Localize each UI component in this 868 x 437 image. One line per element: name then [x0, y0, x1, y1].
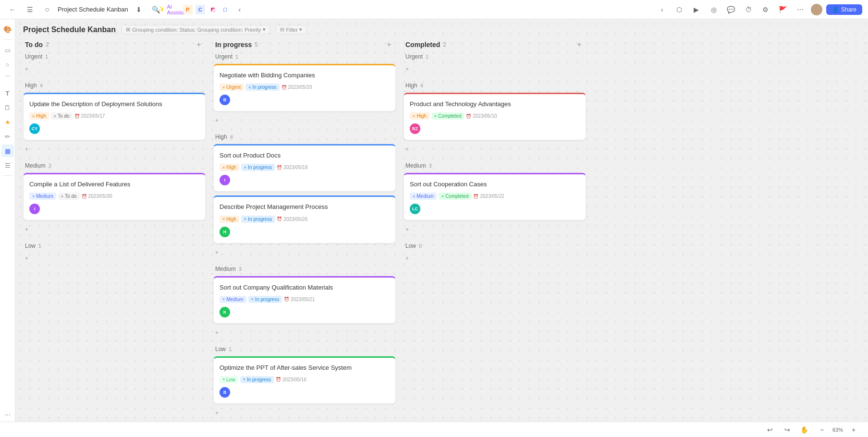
add-card-ip-high[interactable]: + [213, 247, 396, 258]
zoom-out-button[interactable]: − [815, 423, 829, 437]
add-card-todo-urgent[interactable]: + [23, 64, 206, 74]
sidebar-divider-2 [3, 175, 12, 176]
grouping-condition[interactable]: ⊞ Grouping condition: Status; Grouping c… [122, 25, 270, 34]
column-todo-add-button[interactable]: + [194, 40, 204, 49]
sidebar-item-text[interactable]: T [1, 87, 14, 99]
play-button[interactable]: ▶ [690, 3, 703, 16]
undo-button[interactable]: ↩ [763, 423, 777, 437]
card-cooperation-cases[interactable]: Sort out Cooperation Cases Medium Comple… [403, 173, 586, 220]
card-company-qualification[interactable]: Sort out Company Qualification Materials… [213, 276, 396, 324]
topbar-center: ✨ AI Assistant P C ◩ ◻ ‹ [167, 3, 651, 16]
column-inprogress-add-button[interactable]: + [384, 40, 394, 49]
page-title-topbar: Project Schedule Kanban [58, 6, 128, 13]
card-tags: High In progress 2023/05/18 [220, 164, 390, 171]
column-completed-title: Completed [405, 41, 440, 49]
date-tag: 2023/05/16 [276, 377, 306, 382]
priority-ip-medium-header: Medium 3 [213, 266, 396, 272]
add-card-todo-medium[interactable]: + [23, 224, 206, 235]
card-negotiate[interactable]: Negotiate with Bidding Companies Urgent … [213, 64, 396, 111]
page-title: Project Schedule Kanban [23, 25, 116, 34]
priority-low-count-c: 0 [419, 243, 422, 249]
add-card-c-high[interactable]: + [403, 144, 586, 155]
card-avatar: I [29, 204, 40, 214]
add-card-c-medium[interactable]: + [403, 224, 586, 235]
settings-button[interactable]: ⚙ [759, 3, 772, 16]
collapse-tabs-button[interactable]: ‹ [233, 3, 246, 16]
card-footer: H [220, 227, 390, 237]
card-footer: K [220, 307, 390, 317]
sidebar-item-star[interactable]: ★ [1, 116, 14, 128]
add-card-c-urgent[interactable]: + [403, 64, 586, 74]
tab-grid[interactable]: ◩ [208, 5, 218, 14]
sidebar-item-draw[interactable]: ✏ [1, 130, 14, 143]
tag-inprogress: In progress [245, 84, 279, 91]
card-product-technology[interactable]: Product and Technology Advantages High C… [403, 93, 586, 140]
filter-icon: ⊟ [280, 26, 284, 33]
menu-button[interactable]: ☰ [23, 3, 37, 16]
filter-button[interactable]: ⊟ Filter ▾ [276, 25, 306, 34]
tag-medium: Medium [410, 193, 437, 200]
column-completed: Completed 2 + Urgent 1 + High 4 [403, 40, 586, 271]
sidebar-item-circle[interactable]: ○ [1, 58, 14, 71]
card-title: Product and Technology Advantages [410, 100, 580, 109]
priority-medium-count: 3 [49, 163, 51, 169]
grouping-text: Grouping condition: Status; Grouping con… [132, 27, 261, 33]
date-tag: 2023/05/10 [466, 113, 497, 119]
share-button[interactable]: 👤 Share [826, 4, 862, 15]
sidebar-item-sticky[interactable]: 🗒 [1, 101, 14, 114]
date-tag: 2023/05/30 [82, 194, 112, 199]
sidebar-item-curve[interactable]: ⌒ [1, 73, 14, 85]
sidebar-item-list[interactable]: ☰ [1, 159, 14, 171]
tag-medium: Medium [29, 193, 56, 200]
flag-button[interactable]: 🚩 [776, 3, 790, 16]
download-button[interactable]: ⬇ [132, 3, 146, 16]
add-card-ip-medium[interactable]: + [213, 328, 396, 338]
hexagon-icon[interactable]: ⬡ [672, 3, 686, 16]
zoom-in-button[interactable]: + [847, 423, 860, 437]
priority-urgent-count: 1 [45, 54, 48, 60]
tab-square[interactable]: ◻ [220, 5, 230, 14]
card-product-docs[interactable]: Sort out Product Docs High In progress 2… [213, 144, 396, 192]
sidebar-item-panel[interactable]: ▦ [1, 145, 14, 157]
card-update-deployment[interactable]: Update the Description of Deployment Sol… [23, 93, 206, 140]
more-button[interactable]: ⋯ [794, 3, 807, 16]
kanban-board: To do 2 + Urgent 1 + High 4 [23, 40, 860, 426]
column-completed-add-button[interactable]: + [575, 40, 584, 49]
sidebar-item-rectangle[interactable]: ▭ [1, 44, 14, 56]
cursor-button[interactable]: ✋ [798, 423, 811, 437]
column-inprogress: In progress 5 + Urgent 1 Negotiate with … [213, 40, 396, 426]
card-project-management[interactable]: Describe Project Management Process High… [213, 195, 396, 243]
add-card-todo-high[interactable]: + [23, 144, 206, 155]
priority-group-ip-urgent: Urgent 1 Negotiate with Bidding Companie… [213, 53, 396, 126]
expand-button[interactable]: › [655, 3, 669, 16]
card-compile-features[interactable]: Compile a List of Delivered Features Med… [23, 173, 206, 220]
grouping-icon: ⊞ [126, 26, 130, 33]
column-todo-title: To do [25, 41, 43, 49]
card-footer: B [220, 387, 390, 398]
comment-button[interactable]: 💬 [724, 3, 738, 16]
share-icon: 👤 [832, 6, 839, 13]
main-content: Project Schedule Kanban ⊞ Grouping condi… [15, 19, 868, 437]
card-avatar: H [220, 227, 230, 237]
add-card-ip-urgent[interactable]: + [213, 115, 396, 126]
timer-button[interactable]: ⏱ [742, 3, 755, 16]
redo-button[interactable]: ↪ [781, 423, 794, 437]
tab-c[interactable]: C [196, 5, 205, 14]
card-avatar: BZ [410, 123, 420, 134]
card-tags: Medium Completed 2023/05/22 [410, 193, 580, 200]
add-card-c-low[interactable]: + [403, 253, 586, 264]
priority-high-label-ip: High [215, 134, 227, 140]
ai-assistant-button[interactable]: ✨ AI Assistant [167, 3, 180, 16]
priority-group-todo-urgent: Urgent 1 + [23, 53, 206, 74]
priority-low-label: Low [25, 243, 36, 249]
back-button[interactable]: ← [6, 3, 19, 16]
tab-p[interactable]: P [183, 5, 193, 14]
card-footer: I [29, 204, 199, 214]
card-optimize-ppt[interactable]: Optimize the PPT of After-sales Service … [213, 356, 396, 404]
sidebar-item-palette[interactable]: 🎨 [1, 23, 14, 36]
record-button[interactable]: ◎ [707, 3, 721, 16]
add-card-todo-low[interactable]: + [23, 253, 206, 264]
add-card-ip-low[interactable]: + [213, 408, 396, 418]
priority-urgent-label-ip: Urgent [215, 53, 232, 60]
sidebar-item-more[interactable]: ⋯ [1, 408, 14, 421]
